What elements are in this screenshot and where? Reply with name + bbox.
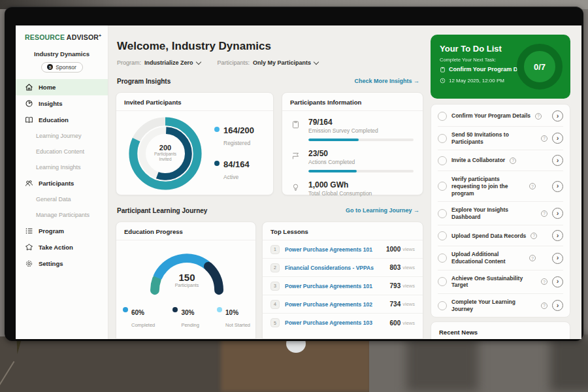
invited-participants-donut-chart: 200 Participants Invited <box>124 115 206 192</box>
check-more-insights-link[interactable]: Check More Insights → <box>354 78 419 84</box>
chevron-right-icon[interactable]: › <box>552 208 563 219</box>
checkbox-circle[interactable] <box>438 253 447 263</box>
todo-item[interactable]: Upload Spend Data Records ? › <box>438 225 563 246</box>
sidebar-item-education-content[interactable]: Education Content <box>16 144 108 159</box>
lesson-link[interactable]: Financial Considerations - VPPAs <box>285 265 390 271</box>
sidebar-item-learning-insights[interactable]: Learning Insights <box>16 159 108 175</box>
todo-item[interactable]: Achieve One Sustainability Target ? › <box>438 270 563 294</box>
todo-item[interactable]: Upload Additional Educational Content ? … <box>438 246 563 270</box>
legend-active: 84/164 Active <box>214 158 254 182</box>
recent-news-card: Recent News <box>431 321 570 339</box>
participants-dropdown[interactable]: Participants: Only My Participants <box>218 59 319 66</box>
sidebar-item-education[interactable]: Education <box>16 112 108 128</box>
checkbox-circle[interactable] <box>438 231 447 240</box>
lesson-link[interactable]: Power Purchase Agreements 101 <box>285 283 390 289</box>
help-icon: ? <box>529 255 536 261</box>
legend-dot-completed <box>123 307 128 312</box>
checkbox-circle[interactable] <box>438 209 447 218</box>
todo-title: Your To Do List <box>440 44 502 54</box>
todo-progress-ring: 0/7 <box>517 44 563 90</box>
go-to-learning-journey-link[interactable]: Go to Learning Journey → <box>346 207 419 214</box>
help-icon: ? <box>541 135 547 142</box>
donut-center-label: 200 Participants Invited <box>124 144 206 163</box>
sidebar-item-label: Home <box>39 84 56 91</box>
legend-dot-registered <box>214 127 220 132</box>
logo-advisor: ADVISOR+ <box>67 33 102 41</box>
card-title: Top Lessons <box>263 222 423 240</box>
sidebar-item-settings[interactable]: Settings <box>16 255 108 272</box>
help-icon: ? <box>531 233 537 239</box>
checkbox-circle[interactable] <box>438 277 447 286</box>
stat-emission-survey: 79/164 Emission Survey Completed <box>282 111 423 141</box>
todo-item[interactable]: Explore Your Insights Dashboard ? › <box>438 202 563 225</box>
checkbox-circle[interactable] <box>438 112 447 121</box>
sidebar-item-insights[interactable]: Insights <box>16 95 108 112</box>
sidebar-item-participants[interactable]: Participants <box>16 175 108 191</box>
sidebar-item-label: Insights <box>39 100 62 107</box>
chevron-down-icon <box>195 59 201 64</box>
lesson-link[interactable]: Power Purchase Agreements 103 <box>285 319 390 326</box>
sponsor-badge[interactable]: S Sponsor <box>41 62 83 73</box>
logo-resource: RESOURCE <box>25 33 65 41</box>
todo-item[interactable]: Verify participants requesting to join t… <box>438 171 563 202</box>
chevron-right-icon[interactable]: › <box>552 300 563 311</box>
progress-bar <box>308 170 414 172</box>
todo-item[interactable]: Send 50 Invitations to Participants ? › <box>438 127 563 150</box>
arrow-right-icon: → <box>414 207 419 214</box>
learning-journey-heading: Participant Learning Journey <box>117 207 207 214</box>
actions-icon <box>291 152 300 160</box>
chevron-right-icon[interactable]: › <box>552 276 563 287</box>
help-icon: ? <box>510 157 516 164</box>
legend-dot-active <box>214 161 220 166</box>
progress-bar <box>308 139 414 141</box>
sidebar-item-label: Take Action <box>39 244 73 251</box>
chevron-right-icon[interactable]: › <box>552 230 563 241</box>
chevron-right-icon[interactable]: › <box>552 133 563 144</box>
sidebar-item-program[interactable]: Program <box>16 223 108 239</box>
todo-item[interactable]: Confirm Your Program Details ? › <box>438 106 563 127</box>
legend-not-started: 10% Not Started <box>217 306 250 329</box>
sidebar-item-home[interactable]: Home <box>16 79 108 95</box>
lesson-link[interactable]: Power Purchase Agreements 101 <box>285 246 386 253</box>
checkbox-circle[interactable] <box>438 301 447 310</box>
chevron-right-icon[interactable]: › <box>552 253 563 264</box>
checkbox-circle[interactable] <box>438 182 447 191</box>
program-dropdown[interactable]: Program: Industrialize Zero <box>117 59 201 66</box>
lesson-link[interactable]: Power Purchase Agreements 102 <box>285 301 390 308</box>
settings-icon <box>25 259 33 268</box>
filter-bar: Program: Industrialize Zero Participants… <box>117 59 318 66</box>
sponsor-icon: S <box>47 64 53 70</box>
chevron-right-icon[interactable]: › <box>552 181 563 192</box>
sponsor-badge-label: Sponsor <box>56 64 76 71</box>
sidebar-item-learning-journey[interactable]: Learning Journey <box>16 128 108 144</box>
checkbox-circle[interactable] <box>438 134 447 143</box>
sidebar-item-general-data[interactable]: General Data <box>16 191 108 207</box>
todo-datetime: 12 May 2025, 12:00 PM <box>440 78 504 84</box>
lesson-row: 3 Power Purchase Agreements 101 793 view… <box>263 277 423 295</box>
recent-news-title: Recent News <box>431 322 570 339</box>
arrow-right-icon: → <box>414 78 419 84</box>
help-icon: ? <box>541 278 547 285</box>
legend-dot-not-started <box>217 307 222 312</box>
rank-badge: 1 <box>270 245 280 254</box>
program-icon <box>25 227 33 235</box>
chevron-right-icon[interactable]: › <box>552 110 563 122</box>
sidebar: RESOURCE ADVISOR+ Industry Dynamics S Sp… <box>16 25 108 339</box>
top-lessons-card: Top Lessons 1 Power Purchase Agreements … <box>262 221 423 339</box>
todo-item[interactable]: Invite a Collaborator ? › <box>438 150 563 171</box>
sidebar-item-label: Participants <box>39 180 74 187</box>
help-icon: ? <box>535 113 542 120</box>
chevron-right-icon[interactable]: › <box>552 155 563 166</box>
background-blur-shape <box>406 336 478 392</box>
lesson-row: 2 Financial Considerations - VPPAs 803 v… <box>263 259 423 277</box>
clipboard-icon <box>440 67 446 73</box>
sidebar-item-manage-participants[interactable]: Manage Participants <box>16 207 108 223</box>
sidebar-item-label: Settings <box>39 260 63 267</box>
sidebar-item-take-action[interactable]: Take Action <box>16 239 108 255</box>
help-icon: ? <box>541 210 547 217</box>
todo-item[interactable]: Complete Your Learning Journey ? › <box>438 294 563 317</box>
monitor-bezel: RESOURCE ADVISOR+ Industry Dynamics S Sp… <box>5 7 583 341</box>
program-insights-heading: Program Insights <box>117 78 171 85</box>
todo-list-card: Confirm Your Program Details ? › Send 50… <box>431 104 570 318</box>
checkbox-circle[interactable] <box>438 156 447 165</box>
